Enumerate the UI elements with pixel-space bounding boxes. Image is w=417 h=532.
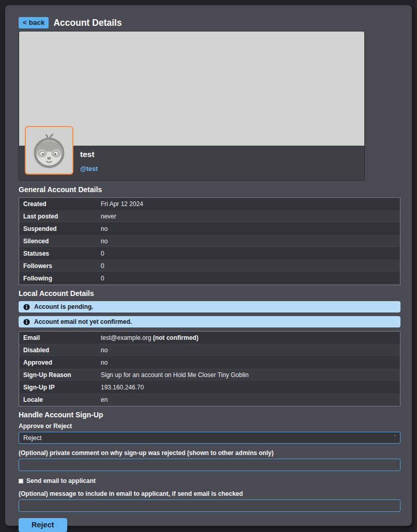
- info-icon: [23, 319, 30, 325]
- avatar: [25, 126, 73, 175]
- table-row: Following0: [19, 272, 400, 285]
- table-row: Last postednever: [19, 210, 400, 223]
- row-label: Locale: [19, 394, 97, 406]
- row-label: Email: [19, 332, 97, 344]
- row-value-note: (not confirmed): [151, 334, 198, 341]
- general-details-table: CreatedFri Apr 12 2024Last postedneverSu…: [19, 197, 400, 285]
- row-value: no: [97, 223, 112, 235]
- signup-section-heading: Handle Account Sign-Up: [19, 411, 398, 419]
- private-comment-label: (Optional) private comment on why sign-u…: [19, 449, 398, 457]
- table-row: Followers0: [19, 260, 400, 272]
- table-row: CreatedFri Apr 12 2024: [19, 198, 400, 210]
- table-row: Sign-Up ReasonSign up for an account on …: [19, 369, 400, 381]
- info-icon: [23, 304, 30, 310]
- page-header: < back Account Details: [19, 17, 398, 28]
- page-title: Account Details: [53, 18, 121, 28]
- table-row: Approvedno: [19, 356, 400, 369]
- row-label: Sign-Up IP: [19, 381, 97, 394]
- row-value: no: [97, 356, 112, 369]
- send-email-checkbox[interactable]: [19, 479, 23, 483]
- local-details-table: Emailtest@example.org (not confirmed)Dis…: [19, 331, 400, 406]
- row-label: Last posted: [19, 210, 97, 223]
- send-email-row: Send email to applicant: [19, 477, 398, 484]
- row-label: Created: [19, 198, 97, 210]
- account-handle-link[interactable]: @test: [80, 165, 98, 173]
- row-label: Statuses: [19, 247, 97, 260]
- local-section-heading: Local Account Details: [19, 289, 398, 298]
- table-row: Localeen: [19, 394, 400, 406]
- row-value: en: [97, 394, 112, 406]
- table-row: Disabledno: [19, 344, 400, 356]
- row-value: Fri Apr 12 2024: [97, 198, 147, 210]
- row-value: 0: [97, 272, 109, 285]
- table-row: Sign-Up IP193.160.246.70: [19, 381, 400, 394]
- select-value: Reject: [23, 434, 41, 442]
- notice-text: Account is pending.: [34, 303, 94, 310]
- row-label: Sign-Up Reason: [19, 369, 97, 381]
- pending-notice: Account is pending.: [19, 301, 400, 312]
- general-section-heading: General Account Details: [19, 185, 398, 194]
- row-value: no: [97, 344, 112, 356]
- approve-reject-select[interactable]: Reject ˇ: [19, 432, 400, 444]
- row-label: Followers: [19, 260, 97, 272]
- private-comment-input[interactable]: [19, 459, 400, 471]
- row-label: Approved: [19, 356, 97, 369]
- row-label: Following: [19, 272, 97, 285]
- email-unconfirmed-notice: Account email not yet confirmed.: [19, 316, 400, 327]
- profile-card: test @test: [19, 31, 365, 181]
- row-label: Silenced: [19, 235, 97, 247]
- row-value: 193.160.246.70: [97, 381, 148, 394]
- row-value: test@example.org (not confirmed): [97, 332, 203, 344]
- chevron-down-icon: ˇ: [394, 435, 396, 441]
- reject-button[interactable]: Reject: [19, 518, 67, 532]
- table-row: Silencedno: [19, 235, 400, 247]
- row-value: 0: [97, 260, 109, 272]
- row-value: Sign up for an account on Hold Me Closer…: [97, 369, 253, 381]
- back-button[interactable]: < back: [19, 17, 49, 28]
- account-details-panel: < back Account Details test @test: [5, 5, 412, 526]
- email-message-label: (Optional) message to include in email t…: [19, 490, 398, 497]
- notice-text: Account email not yet confirmed.: [34, 318, 132, 325]
- row-value: never: [97, 210, 120, 223]
- send-email-label: Send email to applicant: [26, 477, 96, 484]
- row-label: Suspended: [19, 223, 97, 235]
- approve-reject-label: Approve or Reject: [19, 423, 398, 430]
- row-label: Disabled: [19, 344, 97, 356]
- table-row: Statuses0: [19, 247, 400, 260]
- email-message-input[interactable]: [19, 499, 400, 512]
- table-row: Suspendedno: [19, 223, 400, 235]
- profile-identity: test @test: [80, 150, 98, 173]
- sloth-avatar-icon: [28, 129, 70, 171]
- row-value: 0: [97, 247, 109, 260]
- table-row: Emailtest@example.org (not confirmed): [19, 332, 400, 344]
- row-value: no: [97, 235, 112, 247]
- display-name: test: [80, 150, 98, 159]
